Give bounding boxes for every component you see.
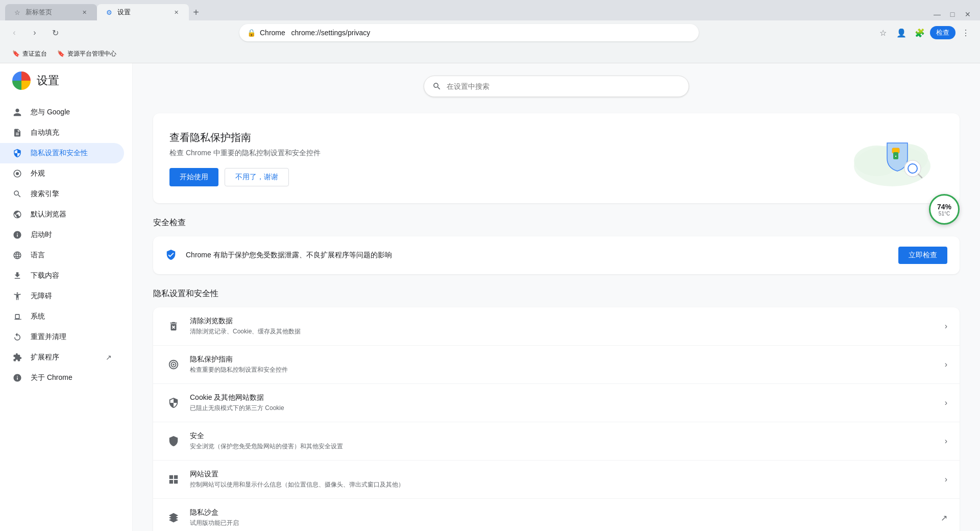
bookmark-item-2[interactable]: 🔖 资源平台管理中心 xyxy=(53,47,120,60)
profile-area[interactable]: 👤 xyxy=(893,25,910,41)
sidebar-item-autofill[interactable]: 自动填充 xyxy=(0,123,124,143)
sidebar-item-extensions-label: 扩展程序 xyxy=(31,353,59,362)
performance-widget: 74% 51°C xyxy=(929,194,960,225)
startup-icon xyxy=(12,230,22,240)
privacy-item-sandbox[interactable]: 隐私沙盒 试用版功能已开启 ↗ xyxy=(153,499,960,531)
address-text: Chrome chrome://settings/privacy xyxy=(260,29,691,37)
bookmark2-favicon: 🔖 xyxy=(57,50,65,58)
sidebar-item-reset-label: 重置并清理 xyxy=(31,332,66,342)
cookies-icon xyxy=(165,395,182,411)
close-button[interactable]: ✕ xyxy=(961,7,975,21)
dismiss-button[interactable]: 不用了，谢谢 xyxy=(225,168,289,186)
security-check-card: Chrome 有助于保护您免受数据泄露、不良扩展程序等问题的影响 立即检查 xyxy=(153,236,960,274)
sandbox-external-icon: ↗ xyxy=(941,513,947,523)
tabs-area: ☆ 新标签页 ✕ ⚙ 设置 ✕ + xyxy=(0,4,925,20)
back-button[interactable]: ‹ xyxy=(6,25,22,41)
bookmark2-label: 资源平台管理中心 xyxy=(67,50,116,58)
sidebar-item-accessibility[interactable]: 无障碍 xyxy=(0,286,124,306)
bookmark-item-1[interactable]: 🔖 查证监台 xyxy=(8,47,51,60)
downloads-icon xyxy=(12,271,22,281)
start-button[interactable]: 开始使用 xyxy=(169,168,218,186)
accessibility-icon xyxy=(12,291,22,301)
privacy-item-cookies[interactable]: Cookie 及其他网站数据 已阻止无痕模式下的第三方 Cookie › xyxy=(153,384,960,422)
settings-search-bar[interactable] xyxy=(424,76,689,97)
check-now-button[interactable]: 立即检查 xyxy=(898,247,947,264)
sidebar-item-startup-label: 启动时 xyxy=(31,230,52,239)
maximize-button[interactable]: □ xyxy=(945,7,960,21)
content-area: 设置 您与 Google 自动填充 隐私设置和安全性 xyxy=(0,63,980,531)
system-icon xyxy=(12,311,22,322)
privacy-item-clear[interactable]: 清除浏览数据 清除浏览记录、Cookie、缓存及其他数据 › xyxy=(153,307,960,346)
svg-point-1 xyxy=(17,293,18,294)
privacy-guide-title: 隐私保护指南 xyxy=(190,355,945,364)
sidebar-item-privacy[interactable]: 隐私设置和安全性 xyxy=(0,143,124,163)
tab2-close[interactable]: ✕ xyxy=(172,8,181,17)
clear-browsing-title: 清除浏览数据 xyxy=(190,317,945,326)
sidebar-item-about[interactable]: 关于 Chrome xyxy=(0,368,124,388)
sidebar-item-accessibility-label: 无障碍 xyxy=(31,292,52,301)
main-content: 查看隐私保护指南 检查 Chrome 中重要的隐私控制设置和安全控件 开始使用 … xyxy=(133,63,980,531)
sidebar-item-search[interactable]: 搜索引擎 xyxy=(0,184,124,204)
sandbox-title: 隐私沙盒 xyxy=(190,508,941,517)
clear-browsing-subtitle: 清除浏览记录、Cookie、缓存及其他数据 xyxy=(190,327,945,336)
security-check-icon xyxy=(165,249,178,261)
sidebar-item-downloads[interactable]: 下载内容 xyxy=(0,266,124,286)
privacy-item-guide[interactable]: 隐私保护指南 检查重要的隐私控制设置和安全控件 › xyxy=(153,346,960,384)
sidebar-item-autofill-label: 自动填充 xyxy=(31,128,59,137)
language-icon xyxy=(12,250,22,260)
sidebar-item-downloads-label: 下载内容 xyxy=(31,271,59,280)
bookmarks-bar: 🔖 查证监台 🔖 资源平台管理中心 xyxy=(0,45,980,63)
card-subtitle: 检查 Chrome 中重要的隐私控制设置和安全控件 xyxy=(169,149,841,158)
sidebar-item-reset[interactable]: 重置并清理 xyxy=(0,327,124,347)
address-bar[interactable]: 🔒 Chrome chrome://settings/privacy xyxy=(239,24,699,41)
sidebar-item-google-label: 您与 Google xyxy=(31,108,70,117)
site-settings-title: 网站设置 xyxy=(190,470,945,479)
sidebar-item-appearance-label: 外观 xyxy=(31,169,45,178)
minimize-button[interactable]: — xyxy=(930,7,944,21)
clear-browsing-icon xyxy=(165,318,182,334)
sandbox-content: 隐私沙盒 试用版功能已开启 xyxy=(190,508,941,527)
svg-point-0 xyxy=(16,172,19,175)
bookmark1-favicon: 🔖 xyxy=(12,50,20,58)
sidebar-item-appearance[interactable]: 外观 xyxy=(0,163,124,184)
tab1-close[interactable]: ✕ xyxy=(80,8,89,17)
search-input[interactable] xyxy=(447,82,680,90)
sidebar-title: 设置 xyxy=(37,73,59,88)
reset-icon xyxy=(12,332,22,342)
sidebar-item-search-label: 搜索引擎 xyxy=(31,189,59,199)
sidebar-item-startup[interactable]: 启动时 xyxy=(0,225,124,245)
privacy-item-site-settings[interactable]: 网站设置 控制网站可以使用和显示什么信息（如位置信息、摄像头、弹出式窗口及其他）… xyxy=(153,461,960,499)
sidebar-item-about-label: 关于 Chrome xyxy=(31,373,72,382)
tab1-title: 新标签页 xyxy=(26,8,76,17)
sidebar-item-privacy-label: 隐私设置和安全性 xyxy=(31,149,88,158)
card-illustration xyxy=(841,128,943,189)
nav-bar: ‹ › ↻ 🔒 Chrome chrome://settings/privacy… xyxy=(0,20,980,45)
tab2-title: 设置 xyxy=(117,8,167,17)
address-url: chrome://settings/privacy xyxy=(291,29,370,37)
sidebar-item-system[interactable]: 系统 xyxy=(0,306,124,327)
card-title: 查看隐私保护指南 xyxy=(169,131,841,144)
new-tab-button[interactable]: + xyxy=(189,5,203,19)
perf-temp: 51°C xyxy=(939,211,950,216)
tab-new-tab[interactable]: ☆ 新标签页 ✕ xyxy=(5,4,97,20)
sandbox-subtitle: 试用版功能已开启 xyxy=(190,519,941,527)
signin-button[interactable]: 检查 xyxy=(930,26,955,39)
sidebar-item-google[interactable]: 您与 Google xyxy=(0,102,124,123)
menu-button[interactable]: ⋮ xyxy=(958,25,974,41)
nav-right: ☆ 👤 🧩 检查 ⋮ xyxy=(875,25,974,41)
sidebar-item-language-label: 语言 xyxy=(31,251,45,260)
tab2-favicon: ⚙ xyxy=(105,8,113,16)
search-icon xyxy=(12,189,22,199)
bookmark-button[interactable]: ☆ xyxy=(875,25,891,41)
extension-puzzle[interactable]: 🧩 xyxy=(912,25,928,41)
reload-button[interactable]: ↻ xyxy=(47,25,63,41)
forward-button[interactable]: › xyxy=(27,25,43,41)
privacy-item-security[interactable]: 安全 安全浏览（保护您免受危险网站的侵害）和其他安全设置 › xyxy=(153,422,960,461)
cookies-title: Cookie 及其他网站数据 xyxy=(190,393,945,402)
sidebar-item-language[interactable]: 语言 xyxy=(0,245,124,266)
sidebar-item-extensions[interactable]: 扩展程序 ↗ xyxy=(0,347,124,368)
tab-settings[interactable]: ⚙ 设置 ✕ xyxy=(97,4,189,20)
title-bar: ☆ 新标签页 ✕ ⚙ 设置 ✕ + — □ ✕ xyxy=(0,0,980,20)
sidebar-item-browser[interactable]: 默认浏览器 xyxy=(0,204,124,225)
privacy-guide-content: 隐私保护指南 检查重要的隐私控制设置和安全控件 xyxy=(190,355,945,374)
